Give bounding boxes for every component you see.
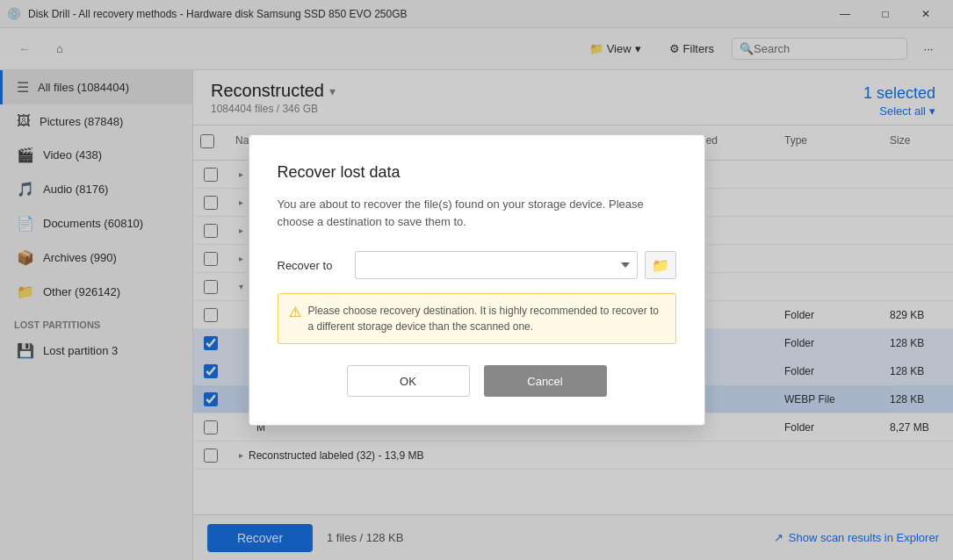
cancel-button[interactable]: Cancel [484,365,607,397]
modal-warning-text: Please choose recovery destination. It i… [308,303,665,334]
modal-buttons: OK Cancel [278,365,676,397]
recover-to-label: Recover to [278,259,348,272]
modal-title: Recover lost data [278,163,676,182]
modal-overlay: Recover lost data You are about to recov… [0,0,953,560]
browse-folder-button[interactable]: 📁 [645,251,676,279]
modal-warning: ⚠ Please choose recovery destination. It… [278,293,676,344]
recover-modal: Recover lost data You are about to recov… [249,134,705,426]
folder-browse-icon: 📁 [652,257,669,274]
recover-to-select[interactable] [355,251,638,279]
modal-description: You are about to recover the file(s) fou… [278,196,676,230]
ok-button[interactable]: OK [347,365,470,397]
warning-icon: ⚠ [289,304,301,320]
modal-recover-row: Recover to 📁 [278,251,676,279]
